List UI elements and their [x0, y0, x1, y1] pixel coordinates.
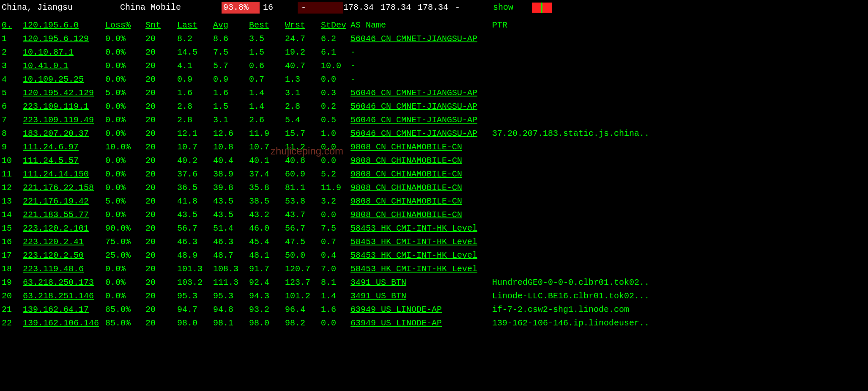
ptr-cell	[492, 141, 651, 155]
asname-cell[interactable]: 9808 CN CHINAMOBILE-CN	[350, 168, 492, 182]
table-row: 310.41.0.10.0%204.15.70.640.710.0-	[2, 60, 651, 74]
ptr-cell	[492, 263, 651, 277]
loss-cell: 10.0%	[105, 141, 145, 155]
hop-cell: 19	[2, 277, 23, 290]
table-row: 11111.24.14.1500.0%2037.638.937.460.95.2…	[2, 168, 651, 182]
stdev-cell: 0.3	[321, 87, 350, 101]
wrst-cell: 56.7	[285, 223, 321, 236]
asname-cell[interactable]: 9808 CN CHINAMOBILE-CN	[350, 141, 492, 155]
loss-cell: 75.0%	[105, 236, 145, 250]
avg-cell: 8.6	[213, 33, 249, 47]
show-link[interactable]: show	[493, 2, 532, 14]
stdev-cell: 0.2	[321, 101, 350, 114]
ip-cell[interactable]: 10.10.87.1	[23, 47, 105, 60]
asname-cell[interactable]: 58453 HK CMI-INT-HK Level	[350, 223, 492, 236]
ip-cell[interactable]: 223.120.2.101	[23, 223, 105, 236]
wrst-cell: 19.2	[285, 47, 321, 60]
header-count: 16	[260, 2, 298, 14]
avg-cell: 111.3	[213, 277, 249, 290]
wrst-cell: 5.4	[285, 114, 321, 128]
ip-cell[interactable]: 120.195.6.129	[23, 33, 105, 47]
status-bar-red	[532, 3, 541, 13]
stdev-cell: 3.2	[321, 196, 350, 209]
asname-cell[interactable]: 58453 HK CMI-INT-HK Level	[350, 250, 492, 263]
ptr-cell	[492, 101, 651, 114]
asname-cell[interactable]: 56046 CN CMNET-JIANGSU-AP	[350, 128, 492, 141]
best-cell: 37.4	[249, 168, 285, 182]
avg-cell: 1.5	[213, 101, 249, 114]
asname-cell[interactable]: 9808 CN CHINAMOBILE-CN	[350, 209, 492, 223]
asname-cell[interactable]: 9808 CN CHINAMOBILE-CN	[350, 182, 492, 196]
ip-cell[interactable]: 63.218.251.146	[23, 290, 105, 304]
snt-cell: 20	[145, 87, 177, 101]
ip-cell[interactable]: 223.120.2.50	[23, 250, 105, 263]
col-ptr: PTR	[492, 19, 651, 33]
last-cell: 2.8	[177, 114, 213, 128]
best-cell: 40.1	[249, 155, 285, 168]
asname-cell[interactable]: 56046 CN CMNET-JIANGSU-AP	[350, 33, 492, 47]
stdev-cell: 7.5	[321, 223, 350, 236]
summary-header: China, Jiangsu China Mobile 93.8% 16 - 1…	[2, 2, 866, 14]
ip-cell[interactable]: 63.218.250.173	[23, 277, 105, 290]
table-row: 1963.218.250.1730.0%20103.2111.392.4123.…	[2, 277, 651, 290]
asname-cell[interactable]: 3491 US BTN	[350, 277, 492, 290]
col-wrst: Wrst	[285, 19, 321, 33]
asname-cell[interactable]: 9808 CN CHINAMOBILE-CN	[350, 196, 492, 209]
table-row: 12221.176.22.1580.0%2036.539.835.881.111…	[2, 182, 651, 196]
ptr-cell	[492, 114, 651, 128]
stdev-cell: 0.0	[321, 317, 350, 331]
ip-cell[interactable]: 10.109.25.25	[23, 74, 105, 87]
ip-cell[interactable]: 10.41.0.1	[23, 60, 105, 74]
ip-cell[interactable]: 221.183.55.77	[23, 209, 105, 223]
asname-cell[interactable]: 3491 US BTN	[350, 290, 492, 304]
ip-cell[interactable]: 221.176.19.42	[23, 196, 105, 209]
asname-cell[interactable]: 56046 CN CMNET-JIANGSU-AP	[350, 114, 492, 128]
header-status-bars	[532, 3, 552, 13]
ip-cell[interactable]: 223.120.2.41	[23, 236, 105, 250]
ip-cell[interactable]: 139.162.64.17	[23, 304, 105, 317]
last-cell: 95.3	[177, 290, 213, 304]
stdev-cell: 0.7	[321, 236, 350, 250]
ip-cell[interactable]: 139.162.106.146	[23, 317, 105, 331]
asname-cell[interactable]: 58453 HK CMI-INT-HK Level	[350, 236, 492, 250]
ip-cell[interactable]: 120.195.42.129	[23, 87, 105, 101]
best-cell: 45.4	[249, 236, 285, 250]
ptr-cell	[492, 209, 651, 223]
asname-cell[interactable]: 63949 US LINODE-AP	[350, 304, 492, 317]
table-row: 10111.24.5.570.0%2040.240.440.140.80.098…	[2, 155, 651, 168]
ip-cell[interactable]: 223.109.119.1	[23, 101, 105, 114]
ip-cell[interactable]: 111.24.6.97	[23, 141, 105, 155]
hop-cell: 12	[2, 182, 23, 196]
asname-cell[interactable]: 9808 CN CHINAMOBILE-CN	[350, 155, 492, 168]
asname-cell[interactable]: 56046 CN CMNET-JIANGSU-AP	[350, 101, 492, 114]
asname-cell[interactable]: 56046 CN CMNET-JIANGSU-AP	[350, 87, 492, 101]
snt-cell: 20	[145, 33, 177, 47]
ip-cell[interactable]: 183.207.20.37	[23, 128, 105, 141]
snt-cell: 20	[145, 277, 177, 290]
table-row: 1120.195.6.1290.0%208.28.63.524.76.25604…	[2, 33, 651, 47]
loss-cell: 85.0%	[105, 317, 145, 331]
stdev-cell: 1.4	[321, 290, 350, 304]
asname-cell: -	[350, 74, 492, 87]
ip-cell[interactable]: 221.176.22.158	[23, 182, 105, 196]
asname-cell[interactable]: 63949 US LINODE-AP	[350, 317, 492, 331]
table-row: 18223.119.48.60.0%20101.3108.391.7120.77…	[2, 263, 651, 277]
header-n1: 178.34	[343, 2, 381, 14]
ptr-cell: 139-162-106-146.ip.linodeuser..	[492, 317, 651, 331]
table-row: 21139.162.64.1785.0%2094.794.893.296.41.…	[2, 304, 651, 317]
ip-cell[interactable]: 111.24.5.57	[23, 155, 105, 168]
table-row: 14221.183.55.770.0%2043.543.543.243.70.0…	[2, 209, 651, 223]
stdev-cell: 1.6	[321, 304, 350, 317]
loss-cell: 0.0%	[105, 47, 145, 60]
last-cell: 4.1	[177, 60, 213, 74]
col-best: Best	[249, 19, 285, 33]
ip-cell[interactable]: 111.24.14.150	[23, 168, 105, 182]
hop-cell: 14	[2, 209, 23, 223]
asname-cell[interactable]: 58453 HK CMI-INT-HK Level	[350, 263, 492, 277]
ptr-cell: 37.20.207.183.static.js.china..	[492, 128, 651, 141]
ip-cell[interactable]: 223.109.119.49	[23, 114, 105, 128]
loss-cell: 0.0%	[105, 128, 145, 141]
table-row: 6223.109.119.10.0%202.81.51.42.80.256046…	[2, 101, 651, 114]
table-row: 22139.162.106.14685.0%2098.098.198.098.2…	[2, 317, 651, 331]
ip-cell[interactable]: 223.119.48.6	[23, 263, 105, 277]
